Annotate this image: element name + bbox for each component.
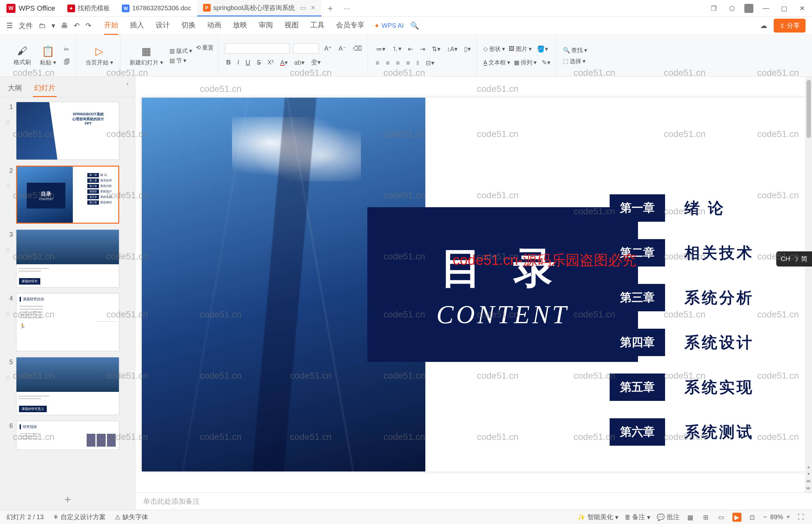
new-slide-button[interactable]: ▦ 新建幻灯片 ▾: [127, 44, 166, 68]
layout-button[interactable]: ▥ 版式 ▾: [169, 47, 192, 55]
fit-window-icon[interactable]: ⛶: [797, 513, 806, 522]
slide-thumbnail-2[interactable]: 目录 CONTENT 第一章绪 论 第二章相关技术 第三章系统分析 第四章系统设…: [16, 166, 119, 224]
toc-row[interactable]: 第六章系统测试: [610, 418, 754, 446]
select-button[interactable]: ⬚ 选择 ▾: [563, 58, 587, 65]
strikethrough-icon[interactable]: S̶: [255, 58, 262, 68]
clear-format-icon[interactable]: ⌫: [351, 43, 363, 53]
slide-thumbnail-6[interactable]: 研究现状 ▁▁▁▁▁▁▁▁▁▁▁▁▁▁▁▁▁▁▁▁▁▁▁▁▁▁▁▁▁▁▁▁▁▁▁…: [16, 421, 119, 450]
tab-ppt-file[interactable]: P springboot高校心理咨询系统 ▭ ✕: [197, 0, 321, 16]
menu-tab-insert[interactable]: 插入: [130, 16, 144, 35]
tab-doc-file[interactable]: W 1678632825306.doc: [116, 0, 197, 16]
close-icon[interactable]: ✕: [311, 4, 315, 11]
from-current-button[interactable]: ▷ 当页开始 ▾: [83, 44, 116, 68]
scrollbar-thumb[interactable]: [807, 80, 811, 138]
cut-icon[interactable]: ✂: [63, 44, 71, 54]
align-left-icon[interactable]: ≡: [375, 58, 381, 68]
slide-thumbnail-3[interactable]: ▁▁▁▁▁▁▁▁▁▁▁▁▁▁▁▁▁▁▁▁▁▁▁▁▁▁▁▁▁▁▁▁▁ 课题的研究: [16, 229, 119, 288]
section-button[interactable]: ▤ 节 ▾: [169, 57, 192, 64]
menu-tab-review[interactable]: 审阅: [259, 16, 273, 35]
arrange-button[interactable]: ▦ 排列 ▾: [514, 59, 536, 66]
reading-view-icon[interactable]: ▭: [717, 513, 726, 522]
save-icon[interactable]: ▾: [52, 21, 55, 30]
underline-icon[interactable]: U: [244, 58, 251, 67]
menu-tab-design[interactable]: 设计: [156, 16, 170, 35]
slideshow-view-icon[interactable]: ▶: [732, 513, 742, 522]
new-tab-button[interactable]: ＋: [321, 3, 339, 14]
picture-button[interactable]: 🖼 图片 ▾: [509, 45, 532, 53]
zoom-level[interactable]: 89%: [770, 513, 783, 521]
star-icon[interactable]: ☆: [5, 247, 11, 253]
missing-font-button[interactable]: ⚠缺失字体: [115, 513, 148, 521]
change-case-icon[interactable]: 变▾: [310, 57, 322, 68]
comments-toggle[interactable]: 💬批注: [657, 513, 680, 521]
star-icon[interactable]: ☆: [5, 183, 11, 190]
notes-toggle[interactable]: ≣备注 ▾: [625, 513, 650, 521]
share-button[interactable]: ⇪ 分享: [774, 19, 806, 33]
collapse-panel-icon[interactable]: ‹: [126, 80, 129, 97]
align-center-icon[interactable]: ≡: [384, 58, 391, 68]
undo-icon[interactable]: ↶: [74, 21, 80, 30]
prev-slide-icon[interactable]: ⏮: [805, 478, 812, 485]
bullets-icon[interactable]: ≔▾: [375, 44, 387, 54]
normal-view-icon[interactable]: ▦: [686, 513, 695, 522]
redo-icon[interactable]: ↷: [85, 21, 91, 30]
align-justify-icon[interactable]: ≡: [405, 58, 412, 68]
star-icon[interactable]: ☆: [5, 374, 11, 381]
indent-increase-icon[interactable]: ⇥: [418, 44, 427, 54]
cloud-upload-icon[interactable]: ☁: [760, 21, 767, 30]
format-painter-button[interactable]: 🖌 格式刷: [11, 44, 34, 67]
distribute-icon[interactable]: ⫴: [415, 58, 420, 68]
open-icon[interactable]: 🗀: [39, 21, 46, 30]
multiwindow-icon[interactable]: ❐: [708, 3, 719, 14]
custom-design-button[interactable]: ⚘自定义设计方案: [53, 513, 106, 521]
beautify-button[interactable]: ✨智能美化 ▾: [577, 513, 618, 521]
thumbnail-list[interactable]: 1 ☆ SPRINGBOOT高校 心理咨询系统的设计 PPT 2 ☆ 目录: [0, 97, 135, 489]
scroll-up-icon[interactable]: ▴: [805, 464, 812, 471]
slide-canvas[interactable]: 目 录 CONTENT 第一章绪 论 第二章相关技术 第三章系统分析 第四章系统…: [135, 77, 812, 492]
bold-icon[interactable]: B: [225, 58, 232, 67]
paste-button[interactable]: 📋 粘贴 ▾: [37, 44, 59, 68]
menu-hamburger-icon[interactable]: ☰: [6, 21, 13, 30]
numbering-icon[interactable]: ⒈▾: [391, 43, 403, 54]
zoom-out-button[interactable]: −: [763, 513, 767, 521]
menu-tab-member[interactable]: 会员专享: [336, 16, 364, 35]
current-slide[interactable]: 目 录 CONTENT 第一章绪 论 第二章相关技术 第三章系统分析 第四章系统…: [142, 98, 806, 472]
line-spacing-icon[interactable]: ↕A▾: [446, 44, 459, 54]
search-icon[interactable]: 🔍: [410, 21, 419, 30]
slides-tab[interactable]: 幻灯片: [33, 80, 57, 97]
scroll-down-icon[interactable]: ▾: [805, 471, 812, 478]
highlight-icon[interactable]: ab▾: [293, 58, 306, 68]
slide-thumbnail-4[interactable]: 课题研究目的 ▁▁▁▁▁▁▁▁▁▁▁▁▁▁▁▁▁▁▁▁▁▁▁▁▁▁▁▁▁▁▁▁▁…: [16, 293, 119, 351]
indent-decrease-icon[interactable]: ⇤: [407, 44, 415, 54]
zoom-in-button[interactable]: +: [786, 513, 790, 521]
maximize-button[interactable]: ▢: [778, 3, 790, 14]
avatar-icon[interactable]: [744, 4, 753, 13]
increase-font-icon[interactable]: A⁺: [323, 43, 333, 53]
align-right-icon[interactable]: ≡: [395, 58, 401, 68]
page-indicator[interactable]: 幻灯片 2 / 13: [6, 513, 44, 521]
content-title-box[interactable]: 目 录 CONTENT: [367, 207, 638, 362]
columns-icon[interactable]: ▯▾: [463, 44, 472, 54]
toc-row[interactable]: 第四章系统设计: [610, 329, 754, 356]
font-size-input[interactable]: [293, 43, 319, 53]
outline-color-icon[interactable]: ✎▾: [540, 58, 552, 68]
decrease-font-icon[interactable]: A⁻: [337, 43, 347, 53]
toc-row[interactable]: 第五章系统实现: [610, 374, 754, 401]
menu-tab-view[interactable]: 视图: [284, 16, 299, 35]
sorter-view-icon[interactable]: ⊞: [701, 513, 711, 522]
menu-tab-home[interactable]: 开始: [104, 16, 118, 35]
print-icon[interactable]: 🖶: [61, 21, 68, 30]
minimize-button[interactable]: —: [760, 3, 772, 14]
font-family-input[interactable]: [225, 43, 289, 53]
shape-button[interactable]: ◇ 形状 ▾: [483, 45, 505, 53]
presenter-view-icon[interactable]: ⊡: [748, 513, 757, 522]
wps-ai-button[interactable]: ✦ WPS AI: [374, 22, 404, 30]
find-button[interactable]: 🔍 查找 ▾: [563, 46, 587, 54]
cube-icon[interactable]: ⬡: [726, 3, 737, 14]
fill-icon[interactable]: 🪣▾: [535, 44, 549, 54]
menu-tab-slideshow[interactable]: 放映: [233, 16, 247, 35]
tab-template-store[interactable]: ✦ 找稻壳模板: [62, 0, 116, 16]
toc-row[interactable]: 第三章系统分析: [610, 284, 754, 311]
ime-indicator[interactable]: CH ☽ 简: [776, 251, 812, 266]
vertical-scrollbar[interactable]: ▴ ▾ ⏮ ⏭: [805, 77, 812, 492]
